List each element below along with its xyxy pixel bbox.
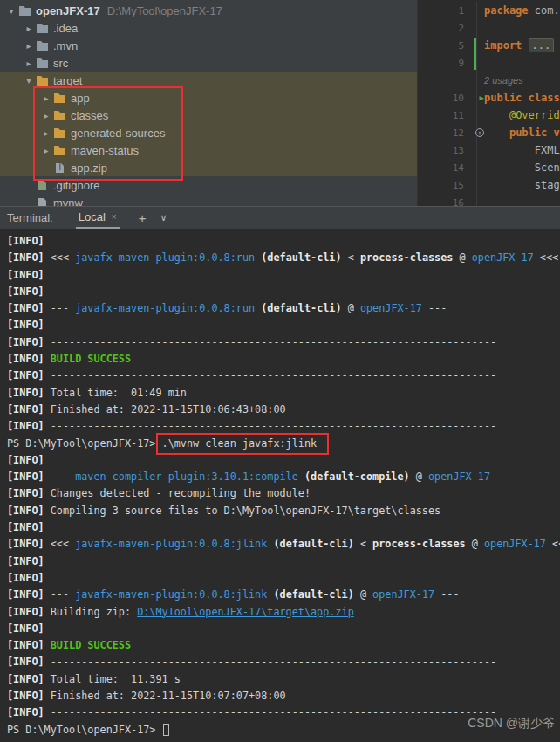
editor-line: 15 stage <box>418 176 560 194</box>
tree-item-label: target <box>53 74 82 87</box>
archive-icon <box>52 161 66 174</box>
project-path: D:\MyTool\openJFX-17 <box>107 4 222 17</box>
tree-item-label: generated-sources <box>71 127 165 140</box>
line-number: 10▶ <box>418 89 477 106</box>
line-number: 12↑ <box>418 124 477 141</box>
terminal-line: [INFO] Finished at: 2022-11-15T10:07:07+… <box>7 688 560 704</box>
code-text: Scene <box>477 161 560 174</box>
terminal-label: Terminal: <box>7 211 53 224</box>
code-editor[interactable]: 1package com.e25import ...92 usages10▶pu… <box>417 0 560 206</box>
tree-item-label: app <box>71 92 90 105</box>
close-icon[interactable]: × <box>112 212 117 222</box>
editor-line: 2 usages <box>418 72 560 89</box>
tree-item-.gitignore[interactable]: .gitignore <box>0 176 417 194</box>
line-number: 14 <box>418 159 477 176</box>
tree-item-app[interactable]: ▸app <box>0 89 417 106</box>
tree-item-app.zip[interactable]: app.zip <box>0 159 417 176</box>
ide-window: ▾ openJFX-17 D:\MyTool\openJFX-17 ▸.idea… <box>0 0 560 742</box>
line-number <box>418 72 477 89</box>
chevron-right-icon[interactable]: ▸ <box>40 146 52 155</box>
terminal-line: [INFO] ---------------------------------… <box>7 654 560 670</box>
excluded-folder-icon <box>52 109 66 121</box>
chevron-right-icon[interactable]: ▸ <box>23 24 35 33</box>
chevron-right-icon[interactable]: ▸ <box>40 111 52 120</box>
terminal-line: [INFO] <box>7 570 560 587</box>
terminal-line: [INFO] ---------------------------------… <box>7 368 560 384</box>
editor-line: 12↑ public vo <box>418 124 560 141</box>
line-number: 2 <box>418 19 477 37</box>
tree-item-.mvn[interactable]: ▸.mvn <box>0 37 417 54</box>
terminal-line: [INFO] <box>7 519 560 536</box>
folder-icon <box>35 22 49 34</box>
editor-line: 13 FXMLL <box>418 141 560 159</box>
terminal-line: [INFO] <<< javafx-maven-plugin:0.0.8:jli… <box>7 536 560 553</box>
chevron-right-icon[interactable]: ▸ <box>40 128 52 138</box>
editor-lines: 1package com.e25import ...92 usages10▶pu… <box>418 2 560 206</box>
terminal-line: [INFO] <box>7 452 560 469</box>
file-link[interactable]: D:\MyTool\openJFX-17\target\app.zip <box>137 606 354 618</box>
editor-line: 9 <box>418 54 560 72</box>
line-number: 15 <box>418 176 477 194</box>
code-text: public vo <box>477 127 560 139</box>
chevron-right-icon[interactable]: ▸ <box>40 93 52 103</box>
chevron-down-icon[interactable]: ▾ <box>23 76 35 86</box>
watermark: CSDN @谢少爷 <box>468 715 555 732</box>
code-text: package com.e <box>477 4 560 17</box>
terminal-output: [INFO][INFO] <<< javafx-maven-plugin:0.0… <box>7 233 560 739</box>
chevron-right-icon[interactable]: ▸ <box>23 41 35 51</box>
tree-root[interactable]: ▾ openJFX-17 D:\MyTool\openJFX-17 <box>0 2 417 19</box>
editor-line: 14 Scene <box>418 159 560 176</box>
tree-item-classes[interactable]: ▸classes <box>0 106 417 124</box>
terminal-line: [INFO] Total time: 11.391 s <box>7 671 560 688</box>
tree-item-label: classes <box>71 109 108 122</box>
terminal-line: [INFO] --- maven-compiler-plugin:3.10.1:… <box>7 469 560 485</box>
chevron-down-icon[interactable]: ▾ <box>5 6 17 16</box>
usages-inlay[interactable]: 2 usages <box>477 75 523 86</box>
editor-line: 2 <box>418 19 560 37</box>
top-split: ▾ openJFX-17 D:\MyTool\openJFX-17 ▸.idea… <box>0 0 560 206</box>
excluded-folder-icon <box>52 127 66 139</box>
editor-line: 16 <box>418 194 560 206</box>
code-text: @Override <box>477 109 560 121</box>
tree-item-.idea[interactable]: ▸.idea <box>0 19 417 37</box>
tab-local[interactable]: Local × <box>76 207 120 229</box>
line-number: 16 <box>418 194 477 206</box>
tree-item-generated-sources[interactable]: ▸generated-sources <box>0 124 417 141</box>
gitignore-file-icon <box>35 179 49 191</box>
run-icon[interactable]: ▶ <box>480 93 484 102</box>
tree-item-maven-status[interactable]: ▸maven-status <box>0 141 417 159</box>
tree-item-label: app.zip <box>71 161 107 175</box>
code-text: FXMLL <box>477 144 560 156</box>
terminal-line: [INFO] ---------------------------------… <box>7 418 560 435</box>
terminal-panel[interactable]: [INFO][INFO] <<< javafx-maven-plugin:0.0… <box>0 229 560 742</box>
terminal-line: [INFO] Total time: 01:49 min <box>7 385 560 402</box>
tree-item-mvnw[interactable]: mvnw <box>0 194 417 206</box>
terminal-line: [INFO] Changes detected - recompiling th… <box>7 485 560 502</box>
editor-line: 11 @Override <box>418 106 560 124</box>
chevron-right-icon[interactable]: ▸ <box>23 58 35 68</box>
project-name: openJFX-17 <box>36 4 100 17</box>
terminal-line: [INFO] <<< javafx-maven-plugin:0.0.8:run… <box>7 250 560 266</box>
project-panel: ▾ openJFX-17 D:\MyTool\openJFX-17 ▸.idea… <box>0 0 417 206</box>
folder-icon <box>35 57 49 69</box>
line-number: 13 <box>418 141 477 159</box>
terminal-line: [INFO] BUILD SUCCESS <box>7 351 560 368</box>
override-marker-icon[interactable]: ↑ <box>475 128 484 137</box>
code-text: import ... <box>477 39 554 52</box>
project-tree: ▸.idea▸.mvn▸src▾target▸app▸classes▸gener… <box>0 19 417 206</box>
tree-item-src[interactable]: ▸src <box>0 54 417 72</box>
folder-icon <box>35 39 49 52</box>
folded-code[interactable]: ... <box>529 38 555 52</box>
code-text: stage <box>477 179 560 191</box>
tree-item-label: mvnw <box>53 196 83 207</box>
terminal-line: PS D:\MyTool\openJFX-17> .\mvnw clean ja… <box>7 436 560 452</box>
terminal-line: [INFO] Building zip: D:\MyTool\openJFX-1… <box>7 604 560 621</box>
tree-item-target[interactable]: ▾target <box>0 72 417 89</box>
new-tab-icon[interactable]: + <box>139 210 147 225</box>
editor-line: 10▶public class <box>418 89 560 106</box>
line-number: 1 <box>418 2 477 19</box>
code-text: public class <box>477 92 560 104</box>
tree-item-label: .gitignore <box>53 179 99 192</box>
chevron-down-icon[interactable]: ∨ <box>160 212 167 223</box>
editor-line: 5import ... <box>418 37 560 54</box>
